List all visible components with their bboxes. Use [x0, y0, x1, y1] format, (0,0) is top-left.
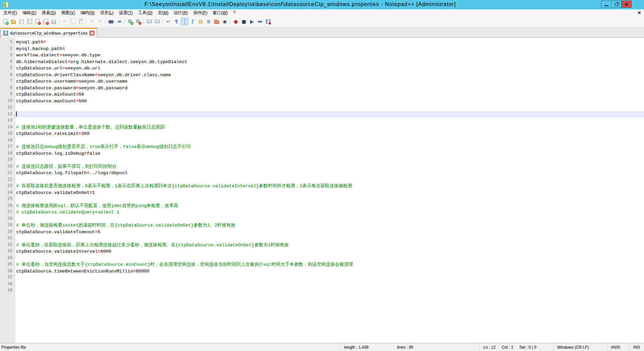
editor-line-14[interactable]: 14# 连接池1秒的新建连接数量，单位是连接个数。达到该数量触发日志跟踪	[0, 124, 644, 131]
function-list-icon[interactable]: ƒ	[189, 18, 196, 25]
editor-line-24[interactable]: 24ctpDataSource.validateOnGet=1	[0, 190, 644, 196]
editor-line-15[interactable]: 15ctpDataSource.rateLimit=300	[0, 131, 644, 137]
macro-run-multiple-icon[interactable]: ▶▶	[256, 18, 264, 25]
editor-line-11[interactable]: 11	[0, 104, 644, 111]
editor-line-9[interactable]: 9ctpDataSource.minCount=50	[0, 91, 644, 98]
new-file-icon[interactable]: +	[2, 18, 9, 25]
macro-save-icon[interactable]	[264, 18, 272, 25]
menu-item-plugins[interactable]: 插件(P)	[191, 9, 210, 16]
macro-play-icon[interactable]: ▶	[248, 18, 256, 25]
line-number: 6	[0, 72, 15, 79]
editor-line-3[interactable]: 3workflow.dialect=seeyon.db.type	[0, 52, 644, 59]
macro-record-icon[interactable]: ●	[232, 18, 239, 25]
cut-icon[interactable]: ✂	[61, 18, 68, 25]
menu-item-edit[interactable]: 编辑(E)	[20, 9, 39, 16]
word-wrap-icon[interactable]: ↵	[165, 18, 172, 25]
editor-line-26[interactable]: 26# 做连接检查使用的sql，默认不用配置，使用jdbc自带的ping来检查，…	[0, 203, 644, 209]
editor-line-12[interactable]: 12	[0, 111, 644, 118]
editor-line-2[interactable]: 2mysql.backup.path=	[0, 46, 644, 52]
zoom-out-icon[interactable]: -	[135, 18, 142, 25]
line-code	[15, 196, 644, 203]
editor-line-5[interactable]: 5ctpDataSource.url=seeyon.db.url	[0, 65, 644, 72]
redo-icon[interactable]: ↷	[96, 18, 104, 25]
editor-line-39[interactable]: 39	[0, 288, 644, 294]
editor-line-30[interactable]: 30ctpDataSource.validateTimeout=5	[0, 229, 644, 236]
menu-item-macro[interactable]: 宏(M)	[155, 9, 171, 16]
macro-stop-icon[interactable]: ■	[240, 18, 248, 25]
editor[interactable]: 1mysql.path=2mysql.backup.path=3workflow…	[0, 38, 644, 343]
editor-line-36[interactable]: 36ctpDataSource.timeBetweenEvictionRunsM…	[0, 268, 644, 275]
undo-icon[interactable]: ↶	[88, 18, 96, 25]
editor-line-8[interactable]: 8ctpDataSource.password=seeyon.db.passwo…	[0, 85, 644, 92]
replace-icon[interactable]: ab	[115, 18, 123, 25]
menu-item-help[interactable]: ?	[230, 9, 238, 16]
paste-icon[interactable]	[77, 18, 85, 25]
status-eol-format[interactable]: Windows (CR LF)	[553, 343, 607, 351]
close-file-icon[interactable]: -	[34, 18, 41, 25]
open-file-icon[interactable]	[10, 18, 17, 25]
editor-line-10[interactable]: 10ctpDataSource.maxCount=500	[0, 98, 644, 105]
editor-line-38[interactable]: 38	[0, 281, 644, 288]
status-insert-mode[interactable]: INS	[629, 343, 644, 351]
menu-item-run[interactable]: 运行(R)	[171, 9, 191, 16]
print-icon[interactable]	[50, 18, 57, 25]
save-file-icon[interactable]	[18, 18, 25, 25]
save-all-icon[interactable]	[26, 18, 33, 25]
document-map-icon[interactable]: ▤	[197, 18, 204, 25]
menu-item-view[interactable]: 视图(V)	[58, 9, 78, 16]
document-close-icon[interactable]	[637, 11, 641, 15]
editor-line-34[interactable]: 34	[0, 255, 644, 262]
menu-item-window[interactable]: 窗口(W)	[210, 9, 230, 16]
menu-item-settings[interactable]: 设置(T)	[116, 9, 136, 16]
editor-line-32[interactable]: 32# 单位毫秒，在获取连接前，距离上次检测连接超过多少毫秒，做连接检测。在{c…	[0, 242, 644, 249]
tab-close-icon[interactable]	[90, 31, 95, 36]
editor-line-35[interactable]: 35# 单位毫秒，当空闲连接总数大于{ctpDataSource.minCoun…	[0, 261, 644, 268]
editor-line-29[interactable]: 29# 单位秒，做连接检查socket的读超时时间，在{ctpDataSourc…	[0, 222, 644, 229]
indent-guide-icon[interactable]: ┆	[181, 18, 188, 25]
editor-line-1[interactable]: 1mysql.path=	[0, 39, 644, 46]
line-number: 3	[0, 52, 15, 59]
restore-button[interactable]	[611, 1, 622, 8]
folder-as-workspace-icon[interactable]	[213, 18, 220, 25]
editor-line-37[interactable]: 37	[0, 274, 644, 281]
find-icon[interactable]	[107, 18, 115, 25]
monitoring-icon[interactable]: ◉	[221, 18, 228, 25]
editor-line-28[interactable]: 28	[0, 216, 644, 222]
show-all-characters-icon[interactable]: ¶	[173, 18, 180, 25]
line-code: ctpDataSource.maxCount=500	[15, 98, 644, 105]
document-list-icon[interactable]: ≣	[205, 18, 212, 25]
tab-datasourcectp-windows-properties[interactable]: datasourceCtp_windows.properties	[1, 28, 97, 38]
menu-item-language[interactable]: 语言(L)	[97, 9, 116, 16]
status-encoding[interactable]: ANSI	[607, 343, 629, 351]
editor-line-13[interactable]: 13	[0, 117, 644, 124]
editor-line-18[interactable]: 18ctpDataSource.log.isDebug=false	[0, 150, 644, 157]
close-all-files-icon[interactable]: -	[42, 18, 49, 25]
menu-item-search[interactable]: 搜索(S)	[39, 9, 59, 16]
editor-line-31[interactable]: 31	[0, 235, 644, 242]
close-button[interactable]	[621, 1, 632, 8]
editor-line-33[interactable]: 33ctpDataSource.validateInterval=6000	[0, 248, 644, 255]
editor-line-22[interactable]: 22	[0, 177, 644, 183]
menu-item-file[interactable]: 文件(F)	[1, 9, 20, 16]
minimize-button[interactable]	[601, 1, 611, 8]
editor-line-17[interactable]: 17# 连接池日志debug级别是否开启，true表示打开，false表示deb…	[0, 144, 644, 150]
line-number: 2	[0, 46, 15, 52]
editor-line-25[interactable]: 25	[0, 196, 644, 203]
editor-line-19[interactable]: 19	[0, 157, 644, 163]
editor-line-21[interactable]: 21ctpDataSource.log.filepath=../logs/dbp…	[0, 170, 644, 177]
sync-vertical-scroll-icon[interactable]	[146, 18, 153, 25]
menu-item-tools[interactable]: 工具(O)	[136, 9, 155, 16]
editor-line-7[interactable]: 7ctpDataSource.username=seeyon.db.userna…	[0, 78, 644, 85]
copy-icon[interactable]	[69, 18, 76, 25]
editor-line-16[interactable]: 16	[0, 137, 644, 144]
menu-item-encoding[interactable]: 编码(N)	[78, 9, 97, 16]
line-code: # 在获取连接前是否做连接检测，0表示不检测，1表示在距离上次检测到本次{ctp…	[15, 183, 644, 190]
line-number: 23	[0, 183, 15, 190]
editor-line-20[interactable]: 20# 连接池日志路径，如果不填写，则打印到控制台	[0, 163, 644, 170]
editor-line-4[interactable]: 4db.hibernateDialect=org.hibernate.diale…	[0, 59, 644, 65]
editor-line-6[interactable]: 6ctpDataSource.driverClassName=seeyon.db…	[0, 72, 644, 79]
sync-horizontal-scroll-icon[interactable]	[154, 18, 161, 25]
editor-line-23[interactable]: 23# 在获取连接前是否做连接检测，0表示不检测，1表示在距离上次检测到本次{c…	[0, 183, 644, 190]
editor-line-27[interactable]: 27# ctpDataSource.validateQuery=select 1	[0, 209, 644, 216]
zoom-in-icon[interactable]: +	[126, 18, 134, 25]
